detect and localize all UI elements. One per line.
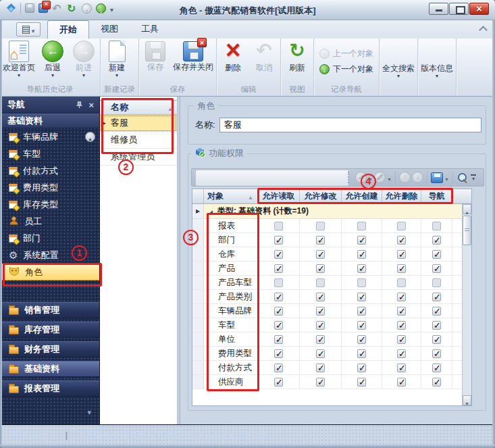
checkbox[interactable] bbox=[274, 236, 283, 245]
checkbox[interactable] bbox=[316, 236, 325, 245]
checkbox[interactable] bbox=[316, 321, 325, 330]
ribbon-button-refresh[interactable]: 刷新 bbox=[282, 39, 313, 81]
sidebar-item-system-config[interactable]: 系统配置 bbox=[2, 247, 99, 264]
list-item[interactable]: 客服 bbox=[100, 115, 177, 132]
table-row[interactable]: 车辆品牌 bbox=[192, 304, 471, 318]
grid-scrollbar[interactable] bbox=[462, 204, 471, 405]
column-header-perm-3[interactable]: 允许删除 bbox=[382, 189, 421, 203]
checkbox[interactable] bbox=[397, 364, 406, 372]
export-icon[interactable] bbox=[431, 172, 443, 183]
ribbon-button-fulltext-search[interactable]: 全文搜索 bbox=[380, 39, 417, 81]
table-row[interactable]: 付款方式 bbox=[192, 361, 471, 375]
checkbox[interactable] bbox=[316, 250, 325, 259]
checkbox[interactable] bbox=[397, 250, 406, 259]
checkbox[interactable] bbox=[316, 378, 325, 387]
list-item[interactable]: 维修员 bbox=[100, 132, 177, 149]
checkbox[interactable] bbox=[397, 378, 406, 387]
checkbox[interactable] bbox=[357, 364, 366, 372]
checkbox[interactable] bbox=[432, 364, 441, 372]
checkbox[interactable] bbox=[397, 264, 406, 273]
grid-group-row[interactable]: 类型: 基础资料 (计数=19) bbox=[192, 204, 471, 219]
sidebar-item-department[interactable]: 部门 bbox=[2, 230, 99, 247]
sidebar-item-stock-type[interactable]: 库存类型 bbox=[2, 196, 99, 213]
checkbox[interactable] bbox=[397, 278, 406, 287]
checkbox[interactable] bbox=[432, 335, 441, 344]
search-icon[interactable] bbox=[457, 172, 468, 183]
ribbon-button-forward[interactable]: 前进 bbox=[68, 39, 99, 81]
checkbox[interactable] bbox=[357, 321, 366, 330]
checkbox[interactable] bbox=[432, 264, 441, 273]
checkbox[interactable] bbox=[432, 278, 441, 287]
sidebar-item-vehicle-model[interactable]: 车型 bbox=[2, 145, 99, 162]
move-up-icon[interactable] bbox=[399, 172, 411, 183]
chevron-down-icon[interactable] bbox=[444, 172, 450, 183]
check-all-icon[interactable] bbox=[355, 172, 367, 183]
checkbox[interactable] bbox=[397, 236, 406, 245]
refresh-icon[interactable] bbox=[67, 3, 78, 14]
table-row[interactable]: 车型 bbox=[192, 318, 471, 332]
sidebar-group-report-mgmt[interactable]: 报表管理 bbox=[2, 380, 99, 397]
ribbon-button-welcome-page[interactable]: 欢迎首页 bbox=[1, 39, 37, 81]
checkbox[interactable] bbox=[357, 264, 366, 273]
sidebar-item-employee[interactable]: 员工 bbox=[2, 213, 99, 230]
ribbon-button-save[interactable]: 保存 bbox=[140, 39, 171, 81]
checkbox[interactable] bbox=[397, 307, 406, 316]
scroll-down-icon[interactable] bbox=[463, 395, 471, 405]
checkbox[interactable] bbox=[274, 321, 283, 330]
checkbox[interactable] bbox=[432, 222, 441, 230]
sidebar-group-finance-mgmt[interactable]: 财务管理 bbox=[2, 341, 99, 357]
table-row[interactable]: 供应商 bbox=[192, 375, 471, 389]
checkbox[interactable] bbox=[432, 236, 441, 245]
table-row[interactable]: 报表 bbox=[192, 219, 471, 233]
checkbox[interactable] bbox=[274, 222, 283, 230]
checkbox[interactable] bbox=[432, 349, 441, 358]
ribbon-button-cancel[interactable]: 取消 bbox=[249, 39, 280, 81]
checkbox[interactable] bbox=[357, 307, 366, 316]
checkbox[interactable] bbox=[274, 250, 283, 259]
move-down-icon[interactable] bbox=[412, 172, 423, 183]
scrollbar-thumb[interactable] bbox=[463, 216, 471, 245]
checkbox[interactable] bbox=[397, 321, 406, 330]
scroll-up-icon[interactable] bbox=[85, 132, 95, 142]
checkbox[interactable] bbox=[397, 222, 406, 230]
toolbar-grip[interactable] bbox=[348, 172, 350, 183]
maximize-button[interactable] bbox=[449, 3, 469, 15]
checkbox[interactable] bbox=[316, 278, 325, 287]
checkbox[interactable] bbox=[432, 307, 441, 316]
checkbox[interactable] bbox=[357, 349, 366, 358]
checkbox[interactable] bbox=[316, 349, 325, 358]
table-row[interactable]: 产品 bbox=[192, 262, 471, 276]
checkbox[interactable] bbox=[274, 378, 283, 387]
undo-icon[interactable] bbox=[52, 3, 63, 14]
checkbox[interactable] bbox=[316, 293, 325, 301]
sidebar-group-inventory-mgmt[interactable]: 库存管理 bbox=[2, 322, 99, 338]
chevron-down-icon[interactable] bbox=[386, 172, 392, 183]
checkbox[interactable] bbox=[274, 293, 283, 301]
column-header-perm-0[interactable]: 允许读取 bbox=[258, 189, 300, 203]
checkbox[interactable] bbox=[357, 236, 366, 245]
collapse-ribbon-icon[interactable] bbox=[479, 26, 487, 32]
ribbon-button-version-info[interactable]: 版本信息 bbox=[419, 39, 455, 81]
ribbon-button-prev-object[interactable]: 上一个对象 bbox=[319, 48, 373, 59]
sidebar-item-role[interactable]: 角色 bbox=[2, 264, 99, 280]
sidebar-item-vehicle-brand[interactable]: 车辆品牌 bbox=[2, 128, 99, 145]
checkbox[interactable] bbox=[274, 278, 283, 287]
checkbox[interactable] bbox=[432, 321, 441, 330]
minimize-button[interactable] bbox=[429, 3, 448, 15]
tab-start[interactable]: 开始 bbox=[47, 20, 89, 39]
column-header-object[interactable]: 对象 bbox=[204, 189, 258, 203]
ribbon-button-new[interactable]: 新建 bbox=[101, 39, 132, 81]
table-row[interactable]: 产品类别 bbox=[192, 290, 471, 304]
sidebar-item-payment-method[interactable]: 付款方式 bbox=[2, 162, 99, 179]
checkbox[interactable] bbox=[316, 307, 325, 316]
list-item[interactable]: 系统管理员 bbox=[100, 149, 177, 166]
close-button[interactable] bbox=[469, 3, 489, 15]
tab-tools[interactable]: 工具 bbox=[130, 20, 170, 39]
checkbox[interactable] bbox=[397, 335, 406, 344]
table-row[interactable]: 部门 bbox=[192, 233, 471, 247]
checkbox[interactable] bbox=[316, 364, 325, 372]
checkbox[interactable] bbox=[357, 278, 366, 287]
checkbox[interactable] bbox=[357, 378, 366, 387]
checkbox[interactable] bbox=[274, 307, 283, 316]
checkbox[interactable] bbox=[397, 349, 406, 358]
